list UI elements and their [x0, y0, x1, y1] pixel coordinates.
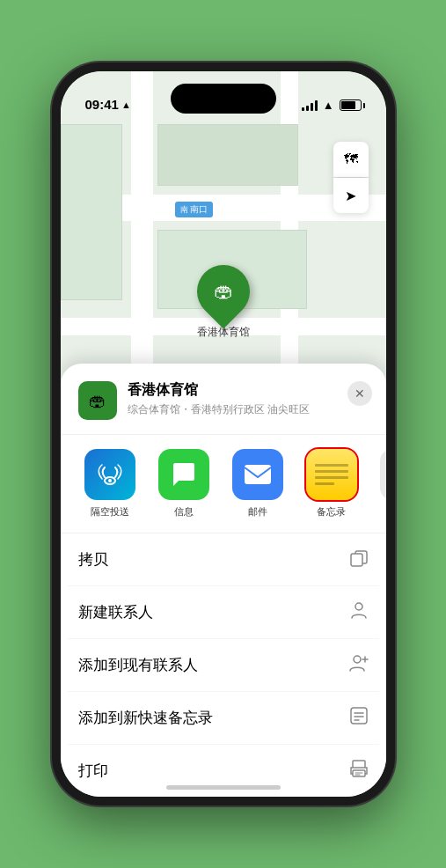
signal-bars-icon	[302, 100, 318, 111]
battery-icon	[340, 99, 362, 111]
more-icon	[380, 449, 386, 500]
close-icon: ✕	[355, 386, 365, 401]
action-add-existing-label: 添加到现有联系人	[78, 655, 198, 675]
venue-marker[interactable]: 🏟 香港体育馆	[197, 265, 250, 340]
marker-icon: 🏟	[214, 280, 233, 303]
svg-point-6	[354, 656, 361, 663]
app-item-messages[interactable]: 信息	[152, 449, 216, 519]
venue-header: 🏟 香港体育馆 综合体育馆・香港特别行政区 油尖旺区 ✕	[61, 364, 386, 435]
svg-rect-13	[353, 761, 365, 768]
svg-rect-9	[351, 708, 367, 724]
status-time: 09:41 ▲	[85, 97, 131, 112]
airdrop-icon	[84, 449, 135, 500]
map-view-icon: 🗺	[344, 151, 358, 167]
mail-icon	[232, 449, 283, 500]
venue-address: 综合体育馆・香港特别行政区 油尖旺区	[128, 402, 369, 417]
label-prefix: 南	[180, 205, 188, 214]
marker-pin: 🏟	[186, 254, 260, 329]
action-quick-note[interactable]: 添加到新快速备忘录	[68, 692, 379, 745]
copy-icon	[349, 548, 369, 571]
wifi-icon: ▲	[323, 99, 334, 112]
svg-point-5	[355, 603, 362, 610]
map-view-toggle-button[interactable]: 🗺	[333, 142, 369, 177]
action-print-label: 打印	[78, 761, 108, 781]
svg-point-1	[108, 479, 112, 482]
share-sheet: 🏟 香港体育馆 综合体育馆・香港特别行政区 油尖旺区 ✕	[61, 364, 386, 797]
phone-frame: 09:41 ▲ ▲	[52, 63, 395, 805]
app-item-notes[interactable]: 备忘录	[300, 449, 363, 519]
app-item-airdrop[interactable]: 隔空投送	[78, 449, 142, 519]
venue-info: 香港体育馆 综合体育馆・香港特别行政区 油尖旺区	[128, 381, 369, 417]
airdrop-label: 隔空投送	[91, 505, 129, 519]
action-quick-note-label: 添加到新快速备忘录	[78, 708, 213, 728]
action-add-existing-contact[interactable]: 添加到现有联系人	[68, 639, 379, 692]
svg-rect-4	[351, 554, 362, 566]
person-icon	[349, 600, 369, 624]
location-icon: ➤	[345, 188, 356, 204]
app-item-more[interactable]: 提	[374, 449, 386, 519]
app-item-mail[interactable]: 邮件	[226, 449, 289, 519]
note-icon	[349, 706, 369, 730]
person-add-icon	[349, 653, 369, 677]
phone-screen: 09:41 ▲ ▲	[61, 71, 386, 797]
notes-label: 备忘录	[317, 505, 346, 519]
map-label: 南 南口	[175, 202, 214, 217]
venue-name: 香港体育馆	[128, 381, 369, 400]
notes-icon	[306, 449, 357, 500]
close-button[interactable]: ✕	[347, 381, 372, 406]
map-block-3	[61, 124, 122, 300]
messages-label: 信息	[174, 505, 194, 519]
action-new-contact-label: 新建联系人	[78, 602, 153, 622]
action-list: 拷贝 新建联系人	[61, 533, 386, 797]
home-indicator	[166, 785, 281, 790]
status-icons: ▲	[302, 99, 362, 112]
action-copy-label: 拷贝	[78, 549, 108, 570]
action-new-contact[interactable]: 新建联系人	[68, 586, 379, 639]
mail-label: 邮件	[248, 505, 267, 519]
print-icon	[349, 759, 369, 783]
time-label: 09:41	[85, 97, 119, 112]
location-arrow-icon: ▲	[121, 99, 131, 110]
action-copy[interactable]: 拷贝	[68, 533, 379, 586]
messages-icon	[158, 449, 209, 500]
map-location-button[interactable]: ➤	[333, 178, 369, 213]
map-block-2	[157, 124, 298, 186]
venue-icon: 🏟	[78, 381, 117, 420]
map-controls: 🗺 ➤	[333, 142, 369, 213]
svg-rect-2	[245, 465, 271, 484]
app-icons-row: 隔空投送 信息	[61, 435, 386, 533]
venue-emoji-icon: 🏟	[89, 391, 106, 411]
label-text: 南口	[190, 204, 208, 214]
dynamic-island	[171, 84, 276, 114]
